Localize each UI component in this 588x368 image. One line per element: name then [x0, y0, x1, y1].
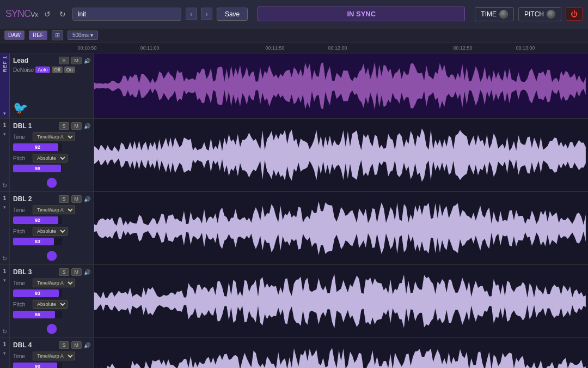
time-scale-selector[interactable]: 500ms ▾	[68, 31, 98, 40]
time-param-label: Time	[13, 134, 30, 140]
denoise-off-button[interactable]: Off	[52, 67, 63, 73]
track-header: DBL 3 S M 🔊	[13, 268, 90, 276]
track-name: DBL 1	[13, 122, 57, 130]
mute-button[interactable]: M	[71, 57, 82, 64]
time-value: 90	[13, 363, 62, 368]
track-number-col: 1 ▾ ↻	[0, 119, 10, 191]
collapse-icon[interactable]: ▾	[3, 277, 6, 283]
mute-button[interactable]: M	[71, 195, 82, 203]
solo-button[interactable]: S	[59, 122, 69, 130]
pitch-param-label: Pitch	[13, 155, 30, 161]
track-knob-icon[interactable]: ⬤	[46, 177, 57, 188]
grid-button[interactable]: ⊞	[52, 30, 63, 40]
speaker-icon[interactable]: 🔊	[84, 58, 90, 64]
redo-button[interactable]: ↻	[57, 9, 68, 20]
pitch-algo-select[interactable]: Absolute	[33, 227, 68, 236]
pitch-algo-select[interactable]: Absolute	[33, 300, 68, 309]
track-knob-icon[interactable]: ⬤	[46, 323, 57, 334]
speaker-icon[interactable]: 🔊	[84, 342, 90, 348]
track-number-col: 1 ▾ ↻	[0, 265, 10, 337]
mute-button[interactable]: M	[71, 122, 82, 130]
denoise-on-button[interactable]: On	[64, 67, 75, 73]
collapse-arrow-icon[interactable]: ▾	[3, 111, 6, 116]
solo-button[interactable]: S	[59, 268, 69, 276]
track-header: DBL 4 S M 🔊	[13, 341, 90, 349]
save-button[interactable]: Save	[217, 8, 248, 21]
pitch-param-row: Pitch Absolute	[13, 300, 90, 309]
collapse-icon[interactable]: ▾	[3, 204, 6, 210]
waveform-svg-ref	[94, 53, 588, 118]
waveform-svg-dbl4	[94, 338, 588, 368]
pitch-param-row: Pitch Absolute	[13, 227, 90, 236]
solo-button[interactable]: S	[59, 341, 69, 349]
time-algo-select[interactable]: TimeWarp A	[33, 279, 75, 287]
time-param-row: Time TimeWarp A	[13, 279, 90, 287]
ref-label: REF 1	[2, 56, 8, 73]
track-row-dbl2: 1 ▾ ↻ DBL 2 S M 🔊 Time TimeWarp A	[0, 192, 588, 265]
collapse-icon[interactable]: ▾	[3, 351, 6, 356]
solo-button[interactable]: S	[59, 57, 69, 64]
daw-source-button[interactable]: DAW	[4, 31, 24, 40]
pitch-bar-container: 98	[13, 165, 62, 172]
denoise-label: DeNoise	[13, 67, 34, 73]
pitch-param-row: Pitch Absolute	[13, 154, 90, 162]
track-waveform-dbl3	[94, 265, 588, 337]
time-param-row: Time TimeWarp A	[13, 206, 90, 214]
speaker-icon[interactable]: 🔊	[84, 196, 90, 202]
track-number: 1	[3, 268, 7, 274]
mute-button[interactable]: M	[71, 268, 82, 276]
track-name: Lead	[13, 57, 57, 64]
time-algo-select[interactable]: TimeWarp A	[33, 132, 75, 141]
sync-status-display: IN SYNC	[258, 7, 465, 21]
time-knob-icon	[499, 10, 508, 19]
pitch-value: 98	[13, 165, 62, 172]
pitch-mode-button[interactable]: PITCH	[518, 7, 561, 21]
mute-button[interactable]: M	[71, 341, 82, 349]
time-algo-select[interactable]: TimeWarp A	[33, 206, 75, 214]
undo-button[interactable]: ↺	[42, 9, 53, 20]
track-controls-dbl2: DBL 2 S M 🔊 Time TimeWarp A 92 Pitch	[10, 192, 94, 264]
track-waveform-dbl2	[94, 192, 588, 264]
track-controls-ref: Lead S M 🔊 DeNoise Auto Off On 🐦	[10, 53, 94, 118]
timeline-ruler: 00:10:5000:11:0000:11:5000:12:0000:12:50…	[0, 43, 588, 53]
time-param-label: Time	[13, 280, 30, 286]
ruler-left-pad	[0, 43, 87, 53]
denoise-auto-button[interactable]: Auto	[35, 67, 50, 73]
speaker-icon[interactable]: 🔊	[84, 123, 90, 129]
cycle-icon[interactable]: ↻	[2, 255, 7, 262]
tracks-container: REF 1 ▾ Lead S M 🔊 DeNoise Auto Off On 🐦	[0, 53, 588, 368]
ruler-marks: 00:10:5000:11:0000:11:5000:12:0000:12:50…	[87, 43, 588, 53]
cycle-icon[interactable]: ↻	[2, 182, 7, 189]
speaker-icon[interactable]: 🔊	[84, 269, 90, 275]
nav-next-button[interactable]: ›	[201, 8, 212, 20]
time-algo-select[interactable]: TimeWarp A	[33, 352, 75, 360]
pitch-value: 83	[13, 238, 62, 245]
timebar: DAW REF ⊞ 500ms ▾	[0, 28, 588, 43]
track-knob-icon[interactable]: ⬤	[46, 250, 57, 261]
ref-sidebar: REF 1 ▾	[0, 53, 10, 118]
track-waveform-dbl1	[94, 119, 588, 191]
solo-button[interactable]: S	[59, 195, 69, 203]
pitch-value: 86	[13, 311, 62, 318]
power-button[interactable]: ⏻	[566, 7, 583, 21]
cycle-icon[interactable]: ↻	[2, 328, 7, 335]
time-param-row: Time TimeWarp A	[13, 132, 90, 141]
waveform-svg-dbl2	[94, 192, 588, 264]
pitch-bar-container: 83	[13, 238, 62, 245]
nav-prev-button[interactable]: ‹	[186, 8, 197, 20]
track-name: DBL 4	[13, 341, 57, 349]
time-mode-button[interactable]: TIME	[475, 7, 514, 21]
bird-icon[interactable]: 🐦	[13, 101, 28, 114]
preset-input[interactable]	[72, 8, 181, 21]
time-param-label: Time	[13, 207, 30, 213]
ruler-mark: 00:13:00	[516, 45, 535, 51]
denoise-row: DeNoise Auto Off On	[13, 67, 90, 73]
pitch-algo-select[interactable]: Absolute	[33, 154, 68, 162]
track-controls-dbl3: DBL 3 S M 🔊 Time TimeWarp A 93 Pitch	[10, 265, 94, 337]
time-value: 93	[13, 289, 62, 297]
ref-source-button[interactable]: REF	[29, 31, 47, 40]
pitch-bar-container: 86	[13, 311, 62, 318]
collapse-icon[interactable]: ▾	[3, 131, 6, 137]
pitch-param-label: Pitch	[13, 228, 30, 234]
time-bar-container: 92	[13, 143, 62, 151]
